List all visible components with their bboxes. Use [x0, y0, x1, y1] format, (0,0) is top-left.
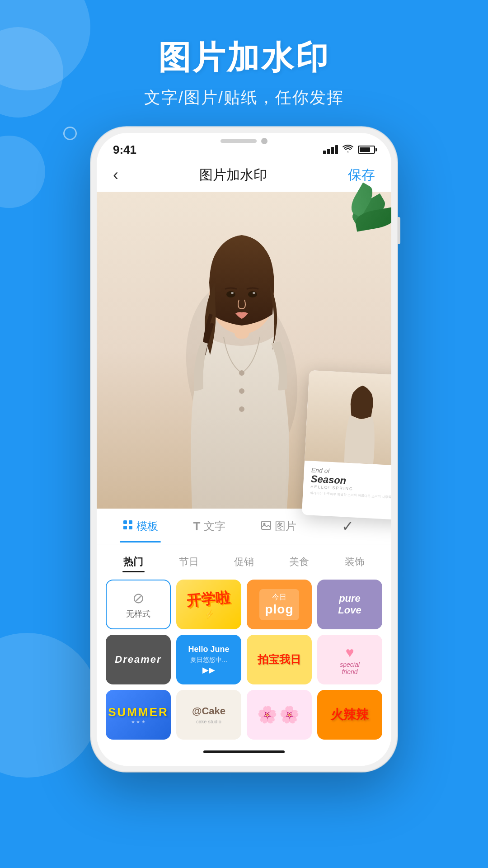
preview-card-text: End of Season HELLO! SPRING 설레이며 하루하루 특별…	[302, 461, 391, 506]
sticker-flowers-text: 🌸🌸	[257, 705, 301, 724]
svg-point-7	[253, 292, 255, 294]
bg-decoration-circle-3	[0, 136, 45, 208]
sticker-hellojune[interactable]: Hello June 夏日悠悠中... ▶▶	[176, 635, 241, 684]
sticker-summer-text: SUMMER	[108, 705, 169, 719]
phone-notch	[194, 133, 294, 149]
home-indicator	[203, 750, 285, 753]
svg-point-4	[226, 291, 235, 297]
tab-text-label: 文字	[204, 519, 225, 533]
bg-decoration-circle-small	[63, 127, 77, 140]
preview-watermark-card: End of Season HELLO! SPRING 설레이며 하루하루 특별…	[302, 370, 391, 520]
sticker-kaixuela-text: 开学啦	[186, 588, 230, 611]
tab-template-label: 模板	[136, 519, 158, 533]
tab-template-icon	[123, 520, 133, 533]
main-subtitle: 文字/图片/贴纸，任你发挥	[0, 87, 488, 109]
sticker-special-friend[interactable]: ♥ specialfriend	[317, 635, 382, 684]
svg-rect-17	[262, 521, 271, 529]
status-icons	[323, 144, 375, 156]
wifi-icon	[343, 144, 353, 156]
svg-rect-14	[129, 520, 132, 524]
sticker-plog-text: plog	[265, 602, 293, 617]
tab-text[interactable]: T 文字	[175, 510, 244, 542]
category-decor[interactable]: 装饰	[327, 552, 382, 572]
notch-camera	[261, 138, 267, 144]
no-style-label: 无样式	[126, 609, 150, 619]
tab-template[interactable]: 模板	[106, 510, 175, 542]
svg-point-9	[239, 388, 244, 394]
no-style-icon: ⊘	[132, 590, 145, 607]
nav-bar: ‹ 图片加水印 保存	[97, 158, 391, 192]
category-hot[interactable]: 热门	[106, 552, 161, 572]
signal-icon	[323, 145, 338, 154]
sticker-dreamer-text: Dreamer	[115, 654, 161, 665]
sticker-cake-text: @Cake	[192, 705, 225, 717]
sticker-purelove-text: pureLove	[338, 593, 361, 617]
phone-power-button	[398, 217, 400, 244]
sticker-cake[interactable]: @Cake cake studio	[176, 690, 241, 740]
svg-point-5	[248, 291, 257, 297]
category-food[interactable]: 美食	[272, 552, 327, 572]
nav-save-button[interactable]: 保存	[348, 166, 375, 184]
phone-outer-shell: 9:41	[90, 127, 398, 772]
sticker-paibao[interactable]: 拍宝我日	[247, 635, 312, 684]
nav-title: 图片加水印	[199, 166, 267, 184]
category-holiday[interactable]: 节日	[161, 552, 216, 572]
svg-rect-16	[129, 526, 132, 529]
sticker-special-text: specialfriend	[340, 661, 360, 675]
svg-point-8	[239, 370, 244, 376]
sticker-grid: ⊘ 无样式 开学啦 ⚡ 今日 plog	[97, 580, 391, 747]
sticker-paibao-text: 拍宝我日	[258, 652, 301, 667]
tab-image[interactable]: 图片	[244, 510, 313, 542]
tab-image-label: 图片	[275, 519, 296, 533]
sticker-summer[interactable]: SUMMER ★ ★ ★	[106, 690, 171, 740]
svg-point-6	[231, 292, 234, 294]
svg-rect-15	[123, 526, 127, 529]
tab-image-icon	[261, 520, 271, 533]
main-title: 图片加水印	[0, 36, 488, 80]
notch-speaker	[221, 139, 257, 143]
sticker-spicy-text: 火辣辣	[331, 706, 369, 723]
category-row: 热门 节日 促销 美食 装饰	[97, 544, 391, 580]
tab-text-icon: T	[193, 519, 201, 533]
sticker-flowers[interactable]: 🌸🌸	[247, 690, 312, 740]
photo-edit-area: End of Season HELLO! SPRING 설레이며 하루하루 특별…	[97, 192, 391, 509]
check-icon: ✓	[342, 518, 354, 535]
phone-screen: 9:41	[97, 133, 391, 766]
preview-card-image	[305, 370, 391, 466]
bottom-panel: 模板 T 文字 图片	[97, 509, 391, 766]
plant-decoration	[337, 192, 391, 264]
category-promo[interactable]: 促销	[216, 552, 272, 572]
header-area: 图片加水印 文字/图片/贴纸，任你发挥	[0, 0, 488, 127]
phone-mockup: 9:41	[90, 127, 398, 772]
battery-icon	[358, 146, 375, 154]
sticker-kaixuela[interactable]: 开学啦 ⚡	[176, 580, 241, 629]
nav-back-button[interactable]: ‹	[113, 165, 118, 184]
sticker-plog[interactable]: 今日 plog	[247, 580, 312, 629]
svg-point-10	[239, 406, 244, 412]
status-time: 9:41	[113, 143, 136, 157]
sticker-dreamer[interactable]: Dreamer	[106, 635, 171, 684]
bg-decoration-circle-4	[0, 633, 99, 778]
sticker-spicy[interactable]: 火辣辣	[317, 690, 382, 740]
svg-rect-13	[123, 520, 127, 524]
sticker-purelove[interactable]: pureLove	[317, 580, 382, 629]
sticker-no-style[interactable]: ⊘ 无样式	[106, 580, 171, 629]
sticker-special-heart: ♥	[340, 644, 360, 661]
